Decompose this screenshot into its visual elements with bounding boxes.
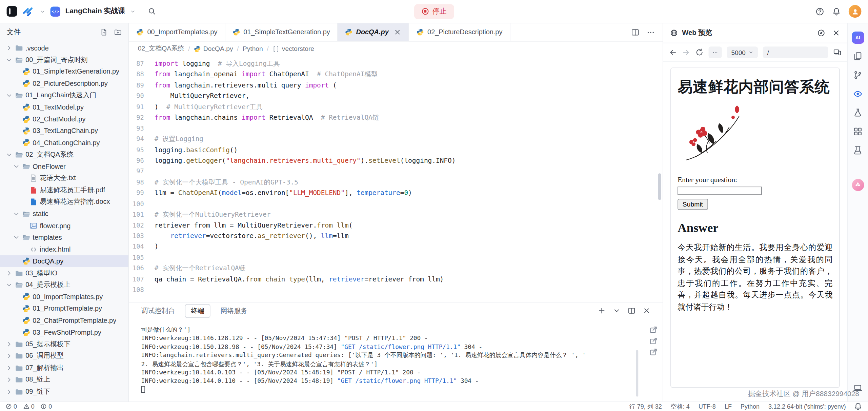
tree-item[interactable]: static xyxy=(0,208,128,220)
code-line[interactable]: 93 xyxy=(129,123,663,134)
test-button[interactable] xyxy=(848,141,867,159)
tree-item[interactable]: 09_链下 xyxy=(0,386,128,397)
tab-DocQA.py[interactable]: DocQA.py xyxy=(338,23,409,41)
chevron-down-icon[interactable] xyxy=(130,8,136,14)
open-external-icon[interactable] xyxy=(649,326,658,334)
chevron-right-icon[interactable] xyxy=(5,44,13,52)
code-line[interactable]: 100 xyxy=(129,199,663,210)
status-item[interactable]: UTF-8 xyxy=(699,403,716,410)
forward-icon[interactable] xyxy=(682,48,690,56)
tree-item[interactable]: 07_解析输出 xyxy=(0,362,128,374)
tree-item[interactable]: 05_提示模板下 xyxy=(0,338,128,350)
tree-item[interactable]: 03_模型IO xyxy=(0,267,128,279)
search-icon[interactable] xyxy=(148,7,156,15)
stop-button[interactable]: 停止 xyxy=(414,4,454,19)
tree-item[interactable]: 02_ChatModel.py xyxy=(0,113,128,125)
code-line[interactable]: 87import logging # 导入Logging工具 xyxy=(129,59,663,70)
debug-button[interactable] xyxy=(848,103,867,122)
submit-button[interactable]: Submit xyxy=(678,199,708,210)
status-item[interactable]: Python xyxy=(741,403,760,410)
code-line[interactable]: 94# 设置Logging xyxy=(129,134,663,145)
back-icon[interactable] xyxy=(669,48,677,56)
breadcrumb-item[interactable]: Python xyxy=(243,45,263,53)
code-line[interactable]: 89from langchain.retrievers.multi_query … xyxy=(129,80,663,91)
tree-item[interactable]: 00_开篇词_奇点时刻 xyxy=(0,54,128,66)
code-line[interactable]: 102retriever_from_llm = MultiQueryRetrie… xyxy=(129,220,663,231)
tree-item[interactable]: 01_LangChain快速入门 xyxy=(0,90,128,101)
tab-terminal[interactable]: 终端 xyxy=(185,304,210,318)
more-actions-icon[interactable] xyxy=(647,28,655,36)
help-icon[interactable] xyxy=(815,7,824,16)
terminal[interactable]: 司是做什么的？']INFO:werkzeug:10.146.128.129 - … xyxy=(129,319,663,402)
tree-item[interactable]: 易速鲜花员工手册.pdf xyxy=(0,184,128,196)
breadcrumb-item[interactable]: vectorstore xyxy=(272,45,314,53)
tab-00_ImportTemplates.py[interactable]: 00_ImportTemplates.py xyxy=(129,23,225,41)
chevron-right-icon[interactable] xyxy=(5,270,13,277)
tab-debug-console[interactable]: 调试控制台 xyxy=(141,306,175,315)
close-tab-icon[interactable] xyxy=(393,28,401,36)
app-menu-icon[interactable] xyxy=(7,6,17,17)
question-input[interactable] xyxy=(678,187,762,195)
tree-item[interactable]: 00_ImportTemplates.py xyxy=(0,291,128,303)
tree-item[interactable]: 01_TextModel.py xyxy=(0,101,128,113)
tree-item[interactable]: DocQA.py xyxy=(0,255,128,267)
extensions-button[interactable] xyxy=(848,122,867,141)
terminal-scrollbar[interactable] xyxy=(636,350,639,396)
chevron-right-icon[interactable] xyxy=(5,340,13,348)
tab-network-service[interactable]: 网络服务 xyxy=(221,306,248,315)
code-line[interactable]: 88from langchain_openai import ChatOpenA… xyxy=(129,70,663,80)
source-control-button[interactable] xyxy=(848,66,867,84)
tree-item[interactable]: OneFlower xyxy=(0,161,128,173)
chevron-down-icon[interactable] xyxy=(13,210,20,217)
code-line[interactable]: 99llm = ChatOpenAI(model=os.environ["LLM… xyxy=(129,188,663,199)
tree-item[interactable]: 08_链上 xyxy=(0,374,128,386)
chevron-right-icon[interactable] xyxy=(5,352,13,359)
status-problem-err[interactable]: 0 xyxy=(5,403,17,410)
code-line[interactable]: 107qa_chain = RetrievalQA.from_chain_typ… xyxy=(129,274,663,285)
status-problem-warn[interactable]: 0 xyxy=(23,403,35,410)
status-problem-info[interactable]: 0 xyxy=(41,403,52,410)
docs-button[interactable] xyxy=(848,47,867,65)
split-terminal-icon[interactable] xyxy=(628,307,635,315)
tree-item[interactable]: 02_文档QA系统 xyxy=(0,149,128,161)
chevron-down-icon[interactable] xyxy=(5,151,13,158)
chevron-down-icon[interactable] xyxy=(5,56,13,63)
tree-item[interactable]: .vscode xyxy=(0,42,128,54)
new-folder-icon[interactable] xyxy=(114,28,122,36)
tree-item[interactable]: 易速鲜花运营指南.docx xyxy=(0,196,128,208)
code-editor[interactable]: 87import logging # 导入Logging工具88from lan… xyxy=(129,56,663,302)
code-line[interactable]: 98# 实例化一个大模型工具 - OpenAI的GPT-3.5 xyxy=(129,177,663,188)
file-tree[interactable]: .vscode00_开篇词_奇点时刻01_SimpleTextGeneratio… xyxy=(0,41,128,402)
breadcrumb-item[interactable]: 02_文档QA系统 xyxy=(138,44,184,53)
ai-logo-button[interactable]: AI xyxy=(848,28,867,46)
status-item[interactable]: 行 79, 列 32 xyxy=(629,403,662,411)
open-external-icon[interactable] xyxy=(649,337,658,345)
chevron-right-icon[interactable] xyxy=(5,388,13,395)
split-editor-icon[interactable] xyxy=(631,28,639,36)
code-line[interactable]: 105 xyxy=(129,253,663,263)
tree-item[interactable]: index.html xyxy=(0,243,128,255)
chevron-down-icon[interactable] xyxy=(5,92,13,99)
chevron-down-icon[interactable] xyxy=(40,8,45,14)
tree-item[interactable]: 02_ChatPromptTemplate.py xyxy=(0,315,128,327)
code-line[interactable]: 90 MultiQueryRetriever, xyxy=(129,91,663,102)
tab-01_SimpleTextGeneration.py[interactable]: 01_SimpleTextGeneration.py xyxy=(225,23,338,41)
device-toolbar-icon[interactable] xyxy=(833,48,841,56)
code-line[interactable]: 96logging.getLogger("langchain.retriever… xyxy=(129,156,663,167)
open-in-browser-icon[interactable] xyxy=(817,29,825,37)
web-preview-button[interactable] xyxy=(848,85,867,103)
new-terminal-icon[interactable] xyxy=(598,307,606,315)
chevron-down-icon[interactable] xyxy=(13,234,20,241)
tree-item[interactable]: flower.png xyxy=(0,220,128,232)
close-preview-icon[interactable] xyxy=(832,29,840,37)
avatar[interactable] xyxy=(849,5,862,18)
editor-scrollbar[interactable] xyxy=(658,173,661,200)
tree-item[interactable]: 02_PictureDescription.py xyxy=(0,78,128,90)
new-file-icon[interactable] xyxy=(100,28,108,36)
tab-02_PictureDescription.py[interactable]: 02_PictureDescription.py xyxy=(409,23,510,41)
breadcrumb-item[interactable]: DocQA.py xyxy=(194,45,233,53)
close-panel-icon[interactable] xyxy=(643,307,650,315)
status-item[interactable]: LF xyxy=(725,403,732,410)
tree-item[interactable]: 01_SimpleTextGeneration.py xyxy=(0,66,128,78)
chevron-right-icon[interactable] xyxy=(5,364,13,371)
